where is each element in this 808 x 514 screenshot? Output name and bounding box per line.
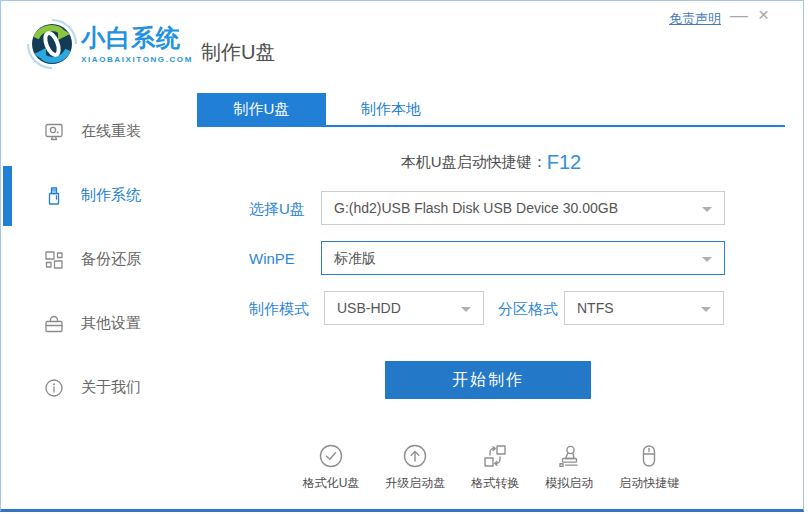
footer-toolbar: 格式化U盘 升级启动盘 格式转换 (197, 443, 785, 492)
tool-format-usb[interactable]: 格式化U盘 (303, 443, 360, 492)
sidebar-item-backup-restore[interactable]: 备份还原 (1, 240, 197, 280)
tool-boot-hotkey[interactable]: 启动快捷键 (619, 443, 679, 492)
partition-select-label: 分区格式 (498, 300, 558, 319)
minimize-button[interactable]: — (730, 5, 748, 25)
usb-drive-icon (43, 185, 65, 207)
tab-make-usb[interactable]: 制作U盘 (197, 93, 326, 125)
tool-label: 格式化U盘 (303, 475, 360, 492)
app-domain: XIAOBAIXITONG.COM (81, 55, 193, 64)
winpe-select-value: 标准版 (334, 250, 376, 266)
close-button[interactable]: × (758, 5, 769, 25)
mouse-icon (636, 443, 662, 469)
info-icon (43, 377, 65, 399)
boot-hotkey-line: 本机U盘启动快捷键：F12 (197, 151, 785, 174)
tool-label: 升级启动盘 (385, 475, 445, 492)
mode-select[interactable]: USB-HDD (324, 291, 484, 325)
usb-select[interactable]: G:(hd2)USB Flash Disk USB Device 30.00GB (321, 191, 725, 225)
chevron-down-icon (461, 307, 471, 312)
toolbox-icon (43, 313, 65, 335)
stamp-icon (556, 443, 582, 469)
tool-label: 启动快捷键 (619, 475, 679, 492)
monitor-icon (43, 121, 65, 143)
tool-label: 格式转换 (471, 475, 519, 492)
chevron-down-icon (702, 207, 712, 212)
sidebar-item-label: 关于我们 (81, 378, 141, 397)
tool-format-convert[interactable]: 格式转换 (471, 443, 519, 492)
partition-select[interactable]: NTFS (564, 291, 724, 325)
sidebar-item-label: 制作系统 (81, 186, 141, 205)
chevron-down-icon (702, 257, 712, 262)
sidebar-item-label: 在线重装 (81, 122, 141, 141)
usb-select-value: G:(hd2)USB Flash Disk USB Device 30.00GB (334, 200, 618, 216)
partition-select-value: NTFS (577, 300, 614, 316)
mode-select-label: 制作模式 (249, 300, 309, 319)
backup-restore-icon (43, 249, 65, 271)
usb-select-label: 选择U盘 (249, 200, 305, 219)
sidebar-item-other-settings[interactable]: 其他设置 (1, 304, 197, 344)
sidebar-item-online-reinstall[interactable]: 在线重装 (1, 112, 197, 152)
upload-circle-icon (402, 443, 428, 469)
boot-hotkey-label: 本机U盘启动快捷键： (401, 153, 547, 170)
sidebar-item-make-system[interactable]: 制作系统 (1, 176, 197, 216)
app-logo-icon (25, 17, 79, 71)
app-name: 小白系统 (81, 26, 193, 50)
disclaimer-link[interactable]: 免责声明 (669, 10, 721, 28)
app-window: 小白系统 XIAOBAIXITONG.COM 制作U盘 免责声明 — × 在线重… (0, 0, 804, 512)
start-make-button[interactable]: 开始制作 (385, 361, 591, 399)
app-logo-text: 小白系统 XIAOBAIXITONG.COM (81, 26, 193, 64)
sidebar-item-label: 备份还原 (81, 250, 141, 269)
tool-upgrade-boot-disk[interactable]: 升级启动盘 (385, 443, 445, 492)
check-circle-icon (318, 443, 344, 469)
chevron-down-icon (701, 307, 711, 312)
mode-select-value: USB-HDD (337, 300, 401, 316)
boot-hotkey-value: F12 (547, 151, 581, 173)
tool-label: 模拟启动 (545, 475, 593, 492)
page-title: 制作U盘 (201, 39, 275, 66)
tab-make-local[interactable]: 制作本地 (326, 93, 456, 125)
tool-simulate-boot[interactable]: 模拟启动 (545, 443, 593, 492)
winpe-select[interactable]: 标准版 (321, 241, 725, 275)
format-convert-icon (482, 443, 508, 469)
tab-underline (197, 125, 785, 127)
sidebar-item-label: 其他设置 (81, 314, 141, 333)
winpe-select-label: WinPE (249, 250, 295, 267)
sidebar-item-about-us[interactable]: 关于我们 (1, 368, 197, 408)
